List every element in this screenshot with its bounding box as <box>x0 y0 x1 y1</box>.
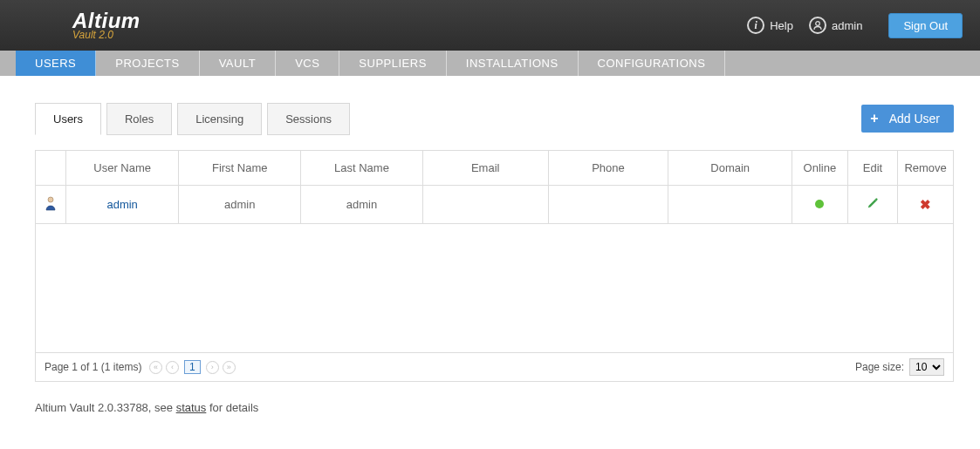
footer-prefix: Altium Vault 2.0.33788, see <box>35 401 176 414</box>
pager: Page 1 of 1 (1 items) « ‹ 1 › » Page siz… <box>35 353 954 382</box>
col-phone-header[interactable]: Phone <box>548 151 668 186</box>
footer-suffix: for details <box>206 401 258 414</box>
remove-button[interactable]: ✖ <box>920 197 931 212</box>
plus-icon: + <box>870 112 878 126</box>
table-row: admin admin admin <box>36 186 954 224</box>
pager-next-button[interactable]: › <box>206 361 219 374</box>
nav-tab-installations[interactable]: INSTALLATIONS <box>447 51 579 76</box>
x-icon: ✖ <box>920 197 931 212</box>
topbar: Altium Vault 2.0 i Help admin Sign Out <box>0 0 980 51</box>
pager-last-button[interactable]: » <box>223 361 236 374</box>
col-lastname-header[interactable]: Last Name <box>301 151 423 186</box>
subtabs: Users Roles Licensing Sessions <box>35 102 355 134</box>
username-cell: admin <box>65 186 178 224</box>
username-link[interactable]: admin <box>106 198 137 211</box>
add-user-button[interactable]: + Add User <box>861 105 954 133</box>
email-cell <box>422 186 548 224</box>
info-icon: i <box>747 17 764 34</box>
online-cell <box>792 186 848 224</box>
nav-tab-users[interactable]: USERS <box>16 51 96 76</box>
domain-cell <box>668 186 792 224</box>
remove-cell: ✖ <box>898 186 954 224</box>
online-dot-icon <box>815 200 824 208</box>
user-icon <box>809 17 826 34</box>
user-menu[interactable]: admin <box>809 17 862 34</box>
nav-tab-configurations[interactable]: CONFIGURATIONS <box>579 51 726 76</box>
pencil-icon <box>867 197 879 209</box>
svg-point-0 <box>816 22 820 26</box>
subtabs-row: Users Roles Licensing Sessions + Add Use… <box>35 102 954 134</box>
pager-prev-button[interactable]: ‹ <box>166 361 179 374</box>
help-link[interactable]: i Help <box>747 17 793 34</box>
subtab-sessions[interactable]: Sessions <box>267 103 350 135</box>
users-grid: User Name First Name Last Name Email Pho… <box>35 150 954 382</box>
subtab-licensing[interactable]: Licensing <box>177 103 262 135</box>
col-avatar-header <box>36 151 66 186</box>
footer-version: Altium Vault 2.0.33788, see status for d… <box>35 401 954 414</box>
edit-button[interactable] <box>867 199 879 212</box>
avatar-cell <box>36 186 66 224</box>
table-header-row: User Name First Name Last Name Email Pho… <box>36 151 954 186</box>
nav-tab-projects[interactable]: PROJECTS <box>96 51 199 76</box>
page-size-select[interactable]: 10 <box>909 358 944 376</box>
user-label: admin <box>832 19 862 32</box>
lastname-cell: admin <box>301 186 423 224</box>
main-nav: USERS PROJECTS VAULT VCS SUPPLIERS INSTA… <box>0 51 980 76</box>
help-label: Help <box>770 19 793 32</box>
col-domain-header[interactable]: Domain <box>668 151 792 186</box>
col-remove-header[interactable]: Remove <box>898 151 954 186</box>
brand-sub: Vault 2.0 <box>72 30 113 40</box>
col-username-header[interactable]: User Name <box>65 151 178 186</box>
person-icon <box>44 201 58 214</box>
content-area: Users Roles Licensing Sessions + Add Use… <box>0 76 980 414</box>
pager-page-1[interactable]: 1 <box>184 360 201 374</box>
edit-cell <box>847 186 898 224</box>
subtab-users[interactable]: Users <box>35 103 101 135</box>
nav-tab-vcs[interactable]: VCS <box>276 51 339 76</box>
pager-summary: Page 1 of 1 (1 items) <box>45 361 141 373</box>
nav-tab-suppliers[interactable]: SUPPLIERS <box>339 51 446 76</box>
page-size-label: Page size: <box>855 361 904 373</box>
col-firstname-header[interactable]: First Name <box>179 151 301 186</box>
nav-tab-vault[interactable]: VAULT <box>200 51 276 76</box>
status-link[interactable]: status <box>176 401 207 414</box>
brand-logo: Altium Vault 2.0 <box>22 10 113 40</box>
add-user-label: Add User <box>889 112 940 126</box>
col-online-header[interactable]: Online <box>792 151 848 186</box>
pager-first-button[interactable]: « <box>149 361 162 374</box>
grid-empty-area <box>35 224 954 353</box>
col-email-header[interactable]: Email <box>422 151 548 186</box>
svg-point-1 <box>48 197 53 202</box>
signout-button[interactable]: Sign Out <box>888 13 963 38</box>
firstname-cell: admin <box>179 186 301 224</box>
col-edit-header[interactable]: Edit <box>847 151 898 186</box>
phone-cell <box>548 186 668 224</box>
subtab-roles[interactable]: Roles <box>106 103 172 135</box>
